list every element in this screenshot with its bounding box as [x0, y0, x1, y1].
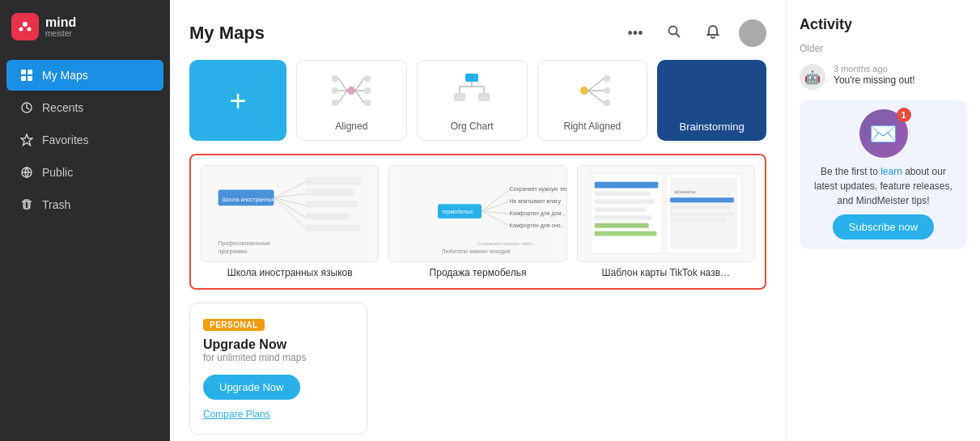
brand-name: mind: [45, 16, 76, 29]
main-content: My Maps ••• +: [170, 0, 786, 441]
svg-point-18: [332, 87, 338, 94]
svg-rect-53: [306, 189, 354, 196]
svg-line-20: [338, 78, 347, 91]
svg-rect-5: [28, 70, 32, 74]
svg-rect-6: [21, 76, 26, 81]
svg-text:Сохраняет нужную темп...: Сохраняет нужную темп...: [477, 241, 536, 246]
svg-line-15: [677, 33, 681, 37]
brand-sub: meister: [45, 29, 76, 38]
svg-rect-54: [306, 201, 358, 207]
my-maps-label: My Maps: [42, 69, 88, 82]
svg-rect-30: [454, 93, 465, 101]
map-label-2: Продажа термобелья: [388, 267, 566, 278]
svg-point-14: [669, 26, 677, 34]
svg-line-42: [588, 91, 604, 103]
svg-line-12: [23, 201, 24, 209]
map-thumbnail-1: Школа иностранных языков Профессиональны…: [201, 165, 379, 262]
logo: mind meister: [0, 0, 170, 53]
right-aligned-preview: [568, 70, 617, 114]
org-chart-label: Org Chart: [451, 121, 494, 132]
subscribe-button[interactable]: Subscribe now: [833, 214, 934, 240]
search-button[interactable]: [661, 20, 687, 46]
add-new-map-button[interactable]: +: [189, 60, 286, 141]
activity-title: Activity: [800, 16, 967, 33]
recents-label: Recents: [42, 101, 83, 114]
bell-icon: [706, 24, 720, 43]
svg-point-38: [604, 87, 610, 94]
svg-line-40: [588, 78, 604, 91]
svg-point-39: [604, 100, 610, 106]
svg-text:Комфортен для сно...: Комфортен для сно...: [510, 223, 566, 229]
map-card-2[interactable]: термобелья Сохраняет нужную тем... Не вп…: [388, 165, 566, 278]
activity-banner: ✉️ 1 Be the first to learn about our lat…: [800, 100, 967, 249]
my-maps-icon: [19, 68, 34, 83]
sidebar-item-recents[interactable]: Recents: [6, 92, 163, 123]
svg-point-3: [28, 28, 32, 32]
map-card-3[interactable]: абоненты Шаблон карты TikTok назв…: [577, 165, 755, 278]
svg-rect-4: [21, 70, 26, 74]
upgrade-button[interactable]: Upgrade Now: [203, 375, 300, 400]
activity-item: 🤖 3 months ago You're missing out!: [800, 64, 967, 90]
activity-avatar: 🤖: [800, 64, 825, 90]
svg-point-1: [23, 22, 28, 27]
trash-label: Trash: [42, 198, 70, 211]
template-brainstorming[interactable]: Brainstorming: [657, 60, 766, 141]
map-label-3: Шаблон карты TikTok назв…: [577, 267, 755, 278]
svg-point-2: [19, 28, 23, 32]
svg-rect-79: [594, 223, 648, 228]
svg-point-24: [364, 87, 371, 94]
template-right-aligned[interactable]: Right Aligned: [537, 60, 648, 141]
templates-row: + Aligned: [189, 60, 766, 141]
upgrade-title: Upgrade Now: [203, 337, 354, 352]
right-aligned-label: Right Aligned: [564, 121, 622, 132]
sidebar-item-public[interactable]: Public: [6, 157, 163, 188]
activity-panel: Activity Older 🤖 3 months ago You're mis…: [786, 0, 980, 441]
aligned-preview: [327, 70, 375, 114]
activity-banner-text: Be the first to learn about our latest u…: [809, 164, 957, 208]
svg-line-13: [30, 201, 31, 209]
add-icon: +: [229, 84, 246, 118]
template-aligned[interactable]: Aligned: [296, 60, 407, 141]
user-avatar[interactable]: [739, 19, 766, 47]
activity-time: 3 months ago: [834, 64, 915, 74]
svg-rect-84: [670, 197, 734, 202]
sidebar-nav: My Maps Recents Favorites Public Trash: [0, 53, 170, 227]
logo-icon: [11, 13, 39, 40]
svg-text:Не впитывает влагу: Не впитывает влагу: [510, 198, 562, 205]
svg-rect-76: [594, 199, 654, 204]
more-button[interactable]: •••: [622, 20, 648, 46]
sidebar-item-favorites[interactable]: Favorites: [6, 125, 163, 155]
svg-rect-55: [306, 213, 350, 219]
mail-badge: 1: [897, 108, 911, 122]
header-actions: •••: [622, 19, 766, 47]
logo-text: mind meister: [45, 16, 76, 38]
compare-plans-link[interactable]: Compare Plans: [203, 409, 270, 420]
svg-point-23: [364, 75, 371, 82]
svg-line-22: [338, 91, 347, 103]
svg-rect-7: [28, 76, 32, 81]
svg-line-26: [355, 78, 364, 91]
svg-rect-31: [478, 93, 490, 101]
more-icon: •••: [628, 25, 643, 42]
main-header: My Maps •••: [189, 19, 766, 47]
svg-text:Комфортен для дли...: Комфортен для дли...: [510, 210, 566, 217]
svg-rect-86: [670, 212, 734, 216]
sidebar-item-my-maps[interactable]: My Maps: [6, 60, 163, 91]
recents-icon: [19, 100, 34, 115]
page-title: My Maps: [189, 23, 265, 44]
map-thumbnail-2: термобелья Сохраняет нужную тем... Не вп…: [388, 165, 566, 262]
svg-line-28: [355, 91, 364, 103]
upgrade-section: PERSONAL Upgrade Now for unlimited mind …: [189, 303, 766, 435]
notification-button[interactable]: [700, 20, 726, 46]
map-card-1[interactable]: Школа иностранных языков Профессиональны…: [201, 165, 379, 278]
svg-rect-74: [594, 182, 658, 189]
upgrade-card: PERSONAL Upgrade Now for unlimited mind …: [189, 303, 367, 435]
svg-point-16: [347, 87, 355, 95]
favorites-label: Favorites: [42, 134, 89, 146]
sidebar-item-trash[interactable]: Trash: [6, 189, 163, 220]
svg-text:термобелья: термобелья: [442, 209, 473, 215]
map-label-1: Школа иностранных языков: [201, 267, 379, 278]
template-org-chart[interactable]: Org Chart: [417, 60, 528, 141]
sidebar: mind meister My Maps Recents Favorites: [0, 0, 170, 441]
search-icon: [667, 24, 681, 43]
